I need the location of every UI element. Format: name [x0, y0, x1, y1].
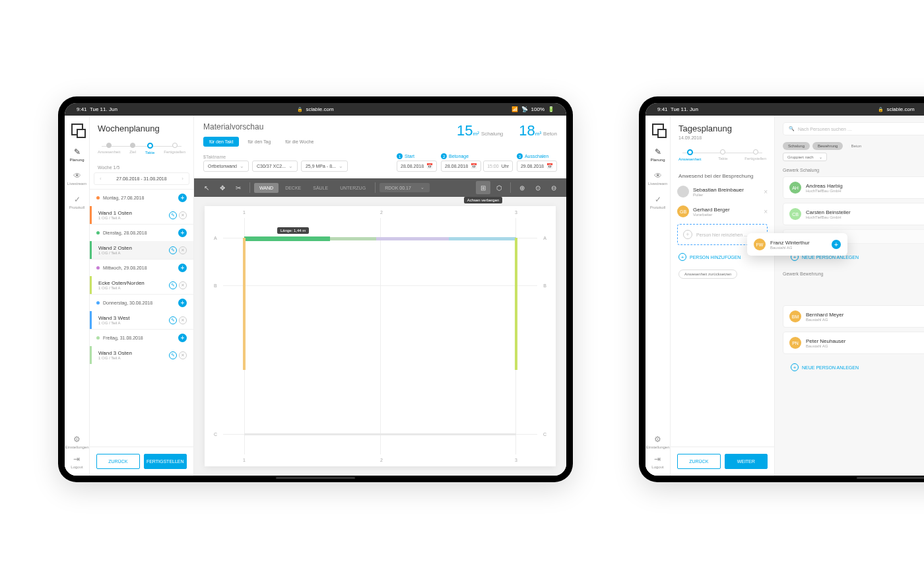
person-card[interactable]: PNPeter NeuhauserBaustahl AG+ — [783, 332, 924, 354]
group-by-select[interactable]: Gruppiert nach — [783, 153, 827, 161]
select-type[interactable]: Ortbetonwand — [203, 161, 249, 172]
takt-item[interactable]: Wand 3 Osten1 OG / Teil A✎✕ — [90, 346, 193, 364]
avatar: PN — [789, 337, 801, 349]
date-range-nav: ‹ 27.08.2018 - 31.08.2018 › — [94, 172, 189, 185]
wall-segment[interactable] — [376, 237, 449, 240]
nav-settings[interactable]: ⚙Einstellungen — [65, 435, 88, 449]
tool-pointer[interactable]: ↖ — [199, 181, 214, 194]
remove-person[interactable]: × — [764, 188, 768, 196]
edit-icon[interactable]: ✎ — [169, 211, 177, 219]
floorplan-canvas[interactable]: 1 2 3 1 2 3 A B C A B C — [205, 206, 556, 466]
tab-woche[interactable]: für die Woche — [279, 137, 319, 147]
status-bar: 9:41 Tue 11. Jun 🔒sclable.com 📶📡100%🔋 — [65, 103, 566, 116]
ausschalen-date[interactable]: 29.08.2018📅 — [517, 161, 557, 172]
step-3[interactable]: Takte — [145, 143, 154, 155]
day-sidebar: Tagesplanung 14.09.2018 Anwesenheit Takt… — [671, 116, 775, 476]
check-icon: ✓ — [74, 195, 81, 204]
tooltab-unterzug[interactable]: UNTERZUG — [335, 183, 371, 193]
tool-cut[interactable]: ✂ — [231, 181, 246, 194]
betonage-date[interactable]: 28.08.2018📅 — [441, 161, 481, 172]
betonage-time[interactable]: 15:00Uhr — [483, 161, 513, 172]
tool-3d[interactable]: ⬡ — [492, 181, 506, 194]
tool-zoom-fit[interactable]: ⊙ — [531, 181, 545, 194]
close-icon[interactable]: ✕ — [179, 211, 187, 219]
floor-select[interactable]: RDOK 00.17 — [380, 183, 430, 192]
app-logo[interactable] — [71, 124, 83, 135]
tab-takt[interactable]: für den Takt — [203, 137, 239, 147]
step-2[interactable]: Ziel — [129, 143, 136, 155]
nav-livestream[interactable]: 👁Livestream — [648, 171, 667, 186]
tool-zoom-out[interactable]: ⊖ — [546, 181, 561, 194]
edit-icon[interactable]: ✎ — [169, 351, 177, 359]
new-person-link[interactable]: +NEUE PERSON ANLEGEN — [783, 358, 924, 377]
step-3[interactable]: Fertigstellen — [744, 149, 766, 161]
filter-beton[interactable]: Beton — [845, 142, 867, 150]
takt-item[interactable]: Ecke Osten/Norden1 OG / Teil A✎✕ — [90, 276, 193, 294]
select-strength[interactable]: 25,9 MPa - 8... — [301, 161, 348, 172]
nav-planung[interactable]: ✎Planung — [69, 147, 84, 162]
wall-segment[interactable] — [515, 238, 517, 370]
tool-move[interactable]: ✥ — [215, 181, 230, 194]
add-takt-button[interactable]: + — [178, 229, 187, 237]
edit-icon[interactable]: ✎ — [169, 316, 177, 324]
nav-logout[interactable]: ⇥Logout — [71, 454, 82, 469]
people-panel: 🔍Nach Personen suchen … Schalung Bewehru… — [775, 116, 924, 476]
person-card[interactable]: CBCarsten BeinstellerHochTiefBau GmbH+ — [783, 203, 924, 225]
add-takt-button[interactable]: + — [178, 264, 187, 272]
nav-protokoll[interactable]: ✓Protokoll — [650, 195, 665, 209]
select-concrete[interactable]: C30/37 XC2... — [252, 161, 298, 172]
close-icon[interactable]: ✕ — [179, 351, 187, 359]
wall-segment[interactable] — [244, 236, 330, 241]
prev-week[interactable]: ‹ — [100, 176, 102, 182]
app-logo[interactable] — [652, 124, 664, 135]
week-label: Woche 1/5 — [90, 161, 193, 172]
back-button[interactable]: ZURÜCK — [677, 454, 721, 469]
step-4[interactable]: Fertigstellen — [164, 143, 185, 155]
step-1[interactable]: Anwesenheit — [98, 143, 120, 155]
add-takt-button[interactable]: + — [178, 299, 187, 307]
filter-schalung[interactable]: Schalung — [783, 142, 810, 150]
takt-item[interactable]: Wand 1 Osten1 OG / Teil A✎✕ — [90, 206, 193, 224]
add-takt-button[interactable]: + — [178, 334, 187, 342]
wall-segment[interactable] — [449, 237, 516, 240]
takt-item[interactable]: Wand 2 Osten1 OG / Teil A✎✕ — [90, 241, 193, 259]
remove-person[interactable]: × — [764, 208, 768, 215]
filter-bewehrung[interactable]: Bewehrung — [812, 142, 843, 150]
tooltab-saule[interactable]: SÄULE — [308, 183, 333, 193]
search-icon: 🔍 — [789, 126, 795, 131]
start-date[interactable]: 28.08.2018📅 — [397, 161, 437, 172]
wall-segment[interactable] — [330, 237, 376, 240]
close-icon[interactable]: ✕ — [179, 246, 187, 254]
add-takt-button[interactable]: + — [178, 194, 187, 202]
logout-icon: ⇥ — [654, 454, 661, 464]
nav-planung[interactable]: ✎Planung — [650, 147, 665, 162]
step-2[interactable]: Takte — [718, 149, 727, 161]
tab-tag[interactable]: für den Tag — [242, 137, 277, 147]
nav-logout[interactable]: ⇥Logout — [651, 454, 663, 469]
tooltab-wand[interactable]: WAND — [254, 183, 279, 193]
edit-icon[interactable]: ✎ — [169, 281, 177, 289]
step-1[interactable]: Anwesenheit — [678, 149, 701, 161]
nav-settings[interactable]: ⚙Einstellungen — [645, 435, 669, 449]
wall-segment[interactable] — [243, 238, 246, 370]
next-week[interactable]: › — [182, 176, 183, 182]
close-icon[interactable]: ✕ — [179, 316, 187, 324]
person-card[interactable]: AHAndreas HarbigHochTiefBau GmbH+ — [783, 176, 924, 199]
drag-person-card[interactable]: FW Franz WinterthurBaustahl AG + — [747, 233, 847, 256]
nav-protokoll[interactable]: ✓Protokoll — [69, 195, 84, 209]
nav-livestream[interactable]: 👁Livestream — [67, 171, 86, 186]
next-button[interactable]: WEITER — [725, 454, 768, 469]
edit-icon[interactable]: ✎ — [169, 246, 177, 254]
eye-icon: 👁 — [654, 171, 662, 180]
search-input[interactable]: 🔍Nach Personen suchen … — [783, 122, 924, 135]
tool-zoom-in[interactable]: ⊕ — [515, 181, 529, 194]
tooltab-decke[interactable]: DECKE — [280, 183, 306, 193]
reset-attendance[interactable]: Anwesenheit zurücksetzen — [678, 270, 737, 279]
takt-item[interactable]: Wand 3 West1 OG / Teil A✎✕ — [90, 311, 193, 329]
tool-grid[interactable]: ⊞Achsen verbergen — [476, 181, 490, 194]
finish-button[interactable]: FERTIGSTELLEN — [144, 454, 187, 469]
person-card[interactable]: BMBernhard MeyerBaustahl AG+ — [783, 305, 924, 328]
wall-segment[interactable] — [244, 433, 516, 435]
back-button[interactable]: ZURÜCK — [96, 454, 140, 469]
close-icon[interactable]: ✕ — [179, 281, 187, 289]
